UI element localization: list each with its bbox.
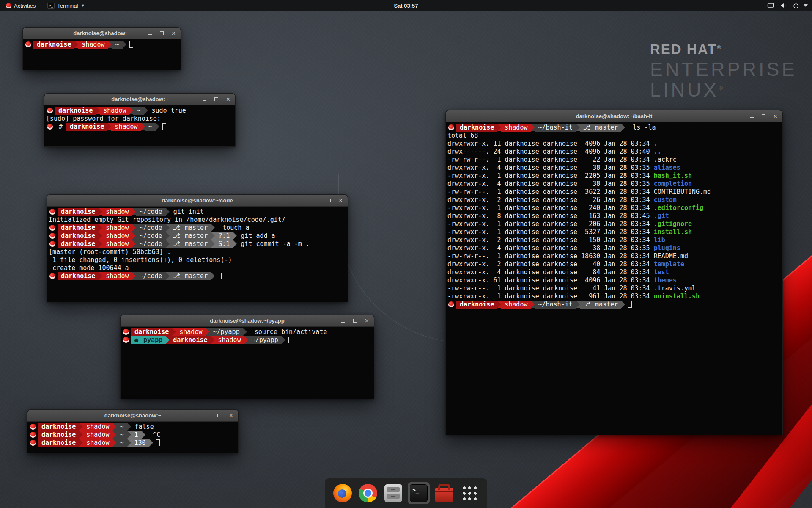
power-icon[interactable]	[793, 2, 799, 9]
terminal-line: -rwxrwxr-x. 1 darknoise darknoise 961 Ja…	[447, 293, 781, 301]
dock-item-chrome[interactable]	[357, 482, 379, 504]
minimize-button[interactable]	[749, 113, 755, 119]
window-buttons: ×	[314, 195, 344, 206]
dock-item-firefox[interactable]	[332, 482, 354, 504]
prompt-segment-path: ~/code	[136, 272, 165, 280]
terminal-line: -rw-rw-r--. 1 darknoise darknoise 22 Jan…	[447, 156, 781, 164]
powerline-separator	[99, 272, 102, 280]
maximize-button[interactable]	[213, 96, 219, 102]
minimize-button[interactable]	[204, 412, 211, 419]
window-buttons: ×	[749, 110, 779, 122]
maximize-button[interactable]	[326, 197, 332, 204]
powerline-separator	[576, 301, 580, 308]
minimize-icon	[750, 117, 754, 118]
terminal-line: drwxrwxr-x. 4 darknoise darknoise 38 Jan…	[447, 244, 781, 252]
terminal-line: drwxrwxr-x. 2 darknoise darknoise 40 Jan…	[447, 260, 781, 268]
chevron-down-icon: ▼	[81, 3, 85, 8]
maximize-button[interactable]	[352, 318, 358, 324]
terminal-line: darknoiseshadow~ false	[29, 423, 236, 431]
dock-item-toolbox[interactable]	[433, 482, 455, 504]
terminal-text: total 68	[447, 132, 478, 139]
terminal-cursor	[156, 439, 160, 446]
redhat-prompt-icon	[448, 124, 454, 130]
terminal-content[interactable]: darknoiseshadow~/code git initInitialize…	[47, 207, 348, 282]
redhat-prompt-icon	[30, 432, 36, 438]
prompt-segment-path: ~/code	[136, 224, 165, 232]
dock-item-terminal[interactable]	[408, 482, 430, 504]
minimize-button[interactable]	[147, 30, 153, 36]
desktop: RED HAT® ENTERPRISE LINUX® Activities Te…	[0, 0, 812, 508]
prompt-segment-user: darknoise	[131, 328, 172, 336]
window-titlebar[interactable]: darknoise@shadow:~/bash-it×	[446, 110, 782, 122]
powerline-separator	[497, 124, 501, 131]
terminal-line: drwxrwxr-x. 11 darknoise darknoise 4096 …	[447, 140, 781, 148]
minimize-button[interactable]	[201, 96, 208, 102]
window-titlebar[interactable]: darknoise@shadow:~/pyapp×	[121, 315, 374, 327]
ls-meta: -rw-rw-r--. 1 darknoise darknoise 41 Jan…	[447, 284, 654, 292]
prompt-segment-host: shadow	[100, 107, 129, 115]
powerline-separator	[129, 107, 133, 114]
dock-item-files[interactable]	[382, 482, 404, 504]
screen-icon[interactable]	[767, 2, 774, 9]
terminal-text: #	[55, 123, 66, 130]
prompt-segment-path: ~/code	[136, 208, 165, 216]
window-titlebar[interactable]: darknoise@shadow:~/code×	[47, 195, 348, 207]
close-button[interactable]: ×	[225, 96, 231, 102]
terminal-line: darknoiseshadow~/code git init	[49, 208, 346, 216]
ls-filename: CONTRIBUTING.md	[654, 188, 711, 196]
terminal-text: git commit -a -m .	[237, 240, 310, 248]
prompt-segment-path: ~/bash-it	[535, 124, 576, 132]
redhat-prompt-icon	[49, 241, 55, 247]
redhat-prompt-icon	[49, 209, 55, 215]
maximize-button[interactable]	[159, 30, 165, 36]
window-title: darknoise@shadow:~/bash-it	[576, 113, 653, 119]
window-titlebar[interactable]: darknoise@shadow:~×	[23, 28, 181, 39]
terminal-content[interactable]: darknoiseshadow~ falsedarknoiseshadow~1 …	[27, 422, 238, 448]
minimize-button[interactable]	[314, 197, 320, 204]
ls-meta: drwxrwxr-x. 2 darknoise darknoise 40 Jan…	[447, 260, 654, 268]
ls-filename: uninstall.sh	[654, 293, 700, 300]
volume-icon[interactable]	[780, 2, 787, 9]
close-button[interactable]: ×	[337, 197, 344, 204]
maximize-button[interactable]	[216, 412, 222, 419]
minimize-button[interactable]	[340, 318, 346, 324]
powerline-separator	[99, 224, 102, 232]
powerline-separator	[112, 431, 116, 439]
ls-filename: install.sh	[654, 228, 692, 236]
dock-item-appgrid[interactable]	[458, 482, 480, 504]
terminal-line: darknoiseshadow~130	[29, 439, 236, 447]
ls-filename: .gitignore	[654, 220, 692, 228]
close-icon: ×	[226, 96, 230, 103]
ls-meta: -rw-rw-r--. 1 darknoise darknoise 3622 J…	[447, 188, 654, 196]
close-button[interactable]: ×	[170, 30, 177, 36]
clock[interactable]: Sat 03:57	[394, 3, 418, 9]
terminal-line: -rwxrwxr-x. 1 darknoise darknoise 5327 J…	[447, 228, 781, 236]
redhat-prompt-icon	[30, 440, 36, 446]
window-titlebar[interactable]: darknoise@shadow:~×	[44, 94, 235, 105]
activities-button[interactable]: Activities	[4, 0, 37, 11]
prompt-segment-stat: S:1	[215, 240, 233, 248]
window-titlebar[interactable]: darknoise@shadow:~×	[27, 410, 238, 422]
close-button[interactable]: ×	[364, 318, 370, 324]
app-menu-button[interactable]: Terminal ▼	[46, 0, 86, 11]
ls-meta: -rwxrwxr-x. 1 darknoise darknoise 5327 J…	[447, 228, 654, 236]
powerline-separator	[166, 232, 170, 240]
redhat-prompt-icon	[123, 329, 129, 335]
terminal-content[interactable]: darknoiseshadow~/pyapp source bin/activa…	[121, 327, 374, 345]
powerline-separator	[211, 272, 215, 280]
terminal-content[interactable]: darknoiseshadow~/bash-it⎇ master ls -lat…	[446, 122, 782, 310]
terminal-content[interactable]: darknoiseshadow~ sudo true[sudo] passwor…	[44, 105, 235, 132]
prompt-segment-host: shadow	[83, 439, 112, 447]
close-button[interactable]: ×	[228, 412, 234, 419]
git-branch-icon: ⎇	[173, 272, 184, 280]
close-button[interactable]: ×	[772, 113, 779, 119]
maximize-button[interactable]	[760, 113, 767, 119]
powerline-separator	[127, 423, 131, 431]
terminal-content[interactable]: darknoiseshadow~	[23, 39, 181, 50]
prompt-segment-host: shadow	[83, 431, 112, 439]
terminal-cursor	[162, 123, 166, 130]
chevron-down-icon[interactable]	[804, 4, 808, 7]
terminal-line: [master (root-commit) 50bcb63] .	[49, 248, 346, 256]
terminal-line: -rw-rw-r--. 1 darknoise darknoise 18630 …	[447, 252, 781, 260]
powerline-separator	[166, 272, 170, 280]
